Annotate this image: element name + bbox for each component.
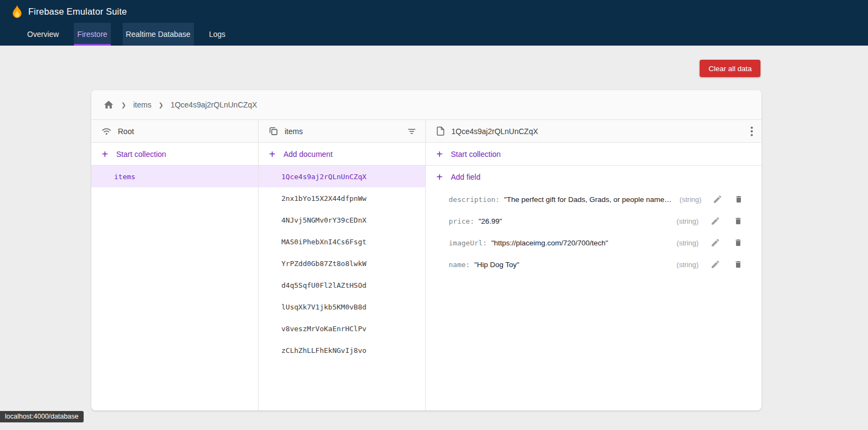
delete-field-icon[interactable]: [729, 213, 747, 229]
collection-list-item[interactable]: items: [91, 166, 258, 187]
field-name: name:: [449, 261, 470, 269]
app-header: Firebase Emulator Suite Overview Firesto…: [0, 0, 868, 46]
document-list-item[interactable]: YrPZdd0Gb87Zt8o8lwkW: [259, 252, 425, 274]
add-field-button[interactable]: + Add field: [426, 166, 762, 188]
document-panel: 1Qce4s9aj2rQLnUnCZqX + Start collection …: [426, 120, 762, 410]
collection-panel: items + Add document 1Qce4s9aj2rQLnUnCZq…: [259, 120, 426, 410]
title-bar: Firebase Emulator Suite: [0, 0, 868, 23]
breadcrumb: ❯ items ❯ 1Qce4s9aj2rQLnUnCZqX: [91, 90, 762, 120]
tab-realtime-database[interactable]: Realtime Database: [123, 23, 194, 46]
field-row: name: "Hip Dog Toy" (string): [426, 254, 762, 275]
tab-firestore[interactable]: Firestore: [74, 23, 110, 46]
document-list-item[interactable]: 4NJvj5NGMv0rY39cEDnX: [259, 209, 425, 231]
field-value: "https://placeimg.com/720/700/tech": [491, 239, 608, 247]
plus-icon: +: [436, 149, 443, 160]
start-collection-label: Start collection: [116, 150, 166, 159]
fields-list: description: "The perfect gift for Dads,…: [426, 188, 762, 410]
status-bar: localhost:4000/database: [0, 411, 84, 422]
field-type: (string): [677, 239, 702, 247]
top-nav: Overview Firestore Realtime Database Log…: [0, 23, 868, 46]
add-document-button[interactable]: + Add document: [259, 143, 425, 166]
field-type: (string): [680, 195, 705, 204]
collection-panel-header: items: [259, 120, 425, 143]
edit-field-icon[interactable]: [709, 191, 726, 207]
chevron-right-icon: ❯: [121, 102, 126, 109]
plus-icon: +: [268, 149, 276, 160]
tab-overview[interactable]: Overview: [24, 23, 62, 46]
document-icon: [436, 126, 445, 136]
field-type: (string): [677, 217, 702, 225]
field-name: price:: [449, 217, 474, 225]
home-icon[interactable]: [103, 99, 114, 110]
start-collection-button[interactable]: + Start collection: [91, 143, 258, 166]
edit-field-icon[interactable]: [706, 213, 725, 229]
tab-logs[interactable]: Logs: [206, 23, 229, 46]
field-row: description: "The perfect gift for Dads,…: [426, 188, 762, 210]
add-field-label: Add field: [451, 173, 480, 181]
collection-panel-title: items: [285, 127, 303, 136]
doc-start-collection-label: Start collection: [451, 150, 501, 159]
document-list-item[interactable]: v8veszMrVoKaEnrHClPv: [259, 318, 425, 339]
clear-all-data-button[interactable]: Clear all data: [700, 60, 760, 77]
doc-start-collection-button[interactable]: + Start collection: [426, 143, 762, 166]
breadcrumb-collection[interactable]: items: [133, 100, 151, 109]
field-row: imageUrl: "https://placeimg.com/720/700/…: [426, 232, 762, 254]
panel-columns: Root + Start collection items items: [91, 120, 762, 410]
filter-icon[interactable]: [407, 127, 417, 136]
document-panel-header: 1Qce4s9aj2rQLnUnCZqX: [426, 120, 762, 143]
plus-icon: +: [436, 172, 443, 182]
field-type: (string): [677, 261, 702, 269]
documents-list: 1Qce4s9aj2rQLnUnCZqX 2nx1bYo15X2X44dfpnW…: [259, 166, 425, 410]
document-list-item[interactable]: zCLhZhLLFhEkNGvIj8vo: [259, 339, 425, 361]
add-document-label: Add document: [284, 150, 332, 159]
field-value: "Hip Dog Toy": [474, 261, 519, 269]
document-list-item[interactable]: MAS0iPhebXnI4Cs6Fsgt: [259, 231, 425, 252]
delete-field-icon[interactable]: [729, 256, 747, 273]
root-panel-title: Root: [118, 127, 134, 136]
plus-icon: +: [101, 149, 109, 160]
field-row: price: "26.99" (string): [426, 210, 762, 232]
firestore-browser-card: ❯ items ❯ 1Qce4s9aj2rQLnUnCZqX Root: [91, 90, 762, 410]
document-list-item[interactable]: 2nx1bYo15X2X44dfpnWw: [259, 187, 425, 209]
root-panel-header: Root: [91, 120, 258, 143]
field-name: description:: [449, 195, 500, 204]
delete-field-icon[interactable]: [731, 191, 747, 207]
document-list-item[interactable]: d4q5SqfU0Fl2lAZtHSOd: [259, 274, 425, 296]
app-title: Firebase Emulator Suite: [28, 7, 127, 17]
collections-list: items: [91, 166, 258, 410]
edit-field-icon[interactable]: [706, 256, 725, 273]
delete-field-icon[interactable]: [729, 235, 747, 251]
chevron-right-icon: ❯: [159, 102, 163, 109]
root-stream-icon: [101, 126, 112, 137]
document-panel-title: 1Qce4s9aj2rQLnUnCZqX: [451, 127, 538, 136]
breadcrumb-document[interactable]: 1Qce4s9aj2rQLnUnCZqX: [171, 100, 257, 109]
field-value: "26.99": [479, 217, 502, 225]
field-name: imageUrl:: [449, 239, 487, 247]
document-list-item[interactable]: lUsqXk7V1jkb5KM0vB8d: [259, 296, 425, 318]
root-panel: Root + Start collection items: [91, 120, 259, 410]
field-value: "The perfect gift for Dads, Grads, or pe…: [504, 195, 675, 204]
collection-icon: [268, 126, 279, 136]
kebab-menu-icon[interactable]: [751, 127, 753, 136]
document-list-item[interactable]: 1Qce4s9aj2rQLnUnCZqX: [259, 166, 425, 187]
edit-field-icon[interactable]: [706, 235, 725, 251]
firebase-flame-icon: [12, 5, 22, 18]
